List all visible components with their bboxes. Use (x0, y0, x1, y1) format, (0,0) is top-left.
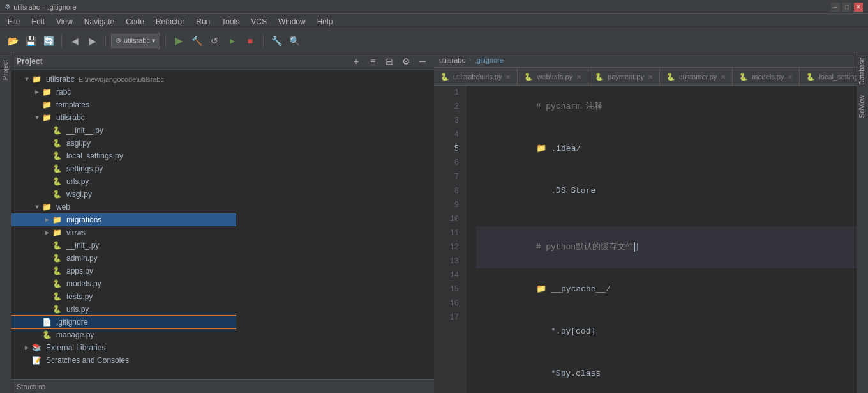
tree-item-models[interactable]: ▶ 🐍 models.py (11, 277, 236, 290)
tab-payment[interactable]: 🐍 payment.py ✕ (588, 68, 660, 85)
arrow-views: ▶ (42, 229, 52, 236)
tree-item-init[interactable]: ▶ 🐍 __init__.py (11, 124, 236, 137)
python-icon-models: 🐍 (52, 279, 64, 289)
database-side-label[interactable]: Database (857, 52, 868, 90)
code-text-2: .idea/ (551, 144, 581, 153)
menu-view[interactable]: View (51, 16, 78, 27)
menu-edit[interactable]: Edit (26, 16, 50, 27)
structure-panel-label[interactable]: Structure (11, 379, 434, 393)
tree-item-admin[interactable]: ▶ 🐍 admin.py (11, 252, 236, 265)
tab-close-models[interactable]: ✕ (788, 73, 793, 81)
stop-button[interactable]: ■ (243, 33, 258, 49)
rerun-button[interactable]: ↺ (207, 33, 222, 49)
python-icon-urls: 🐍 (52, 177, 64, 187)
maximize-button[interactable]: □ (842, 3, 851, 12)
tree-item-apps[interactable]: ▶ 🐍 apps.py (11, 265, 236, 277)
minimize-button[interactable]: ─ (831, 3, 840, 12)
tree-item-settings[interactable]: ▶ 🐍 settings.py (11, 162, 236, 175)
forward-button[interactable]: ▶ (85, 33, 100, 49)
menu-help[interactable]: Help (312, 16, 338, 27)
tree-item-scratches[interactable]: ▶ 📝 Scratches and Consoles (11, 354, 236, 367)
add-panel-btn[interactable]: + (350, 55, 363, 68)
editor-area: utilsrabc › .gitignore 🐍 utilsrabc\urls.… (434, 52, 857, 393)
tree-item-asgi[interactable]: ▶ 🐍 asgi.py (11, 137, 236, 150)
tree-item-wsgi[interactable]: ▶ 🐍 wsgi.py (11, 188, 236, 201)
editor-content[interactable]: 1 2 3 4 5 6 7 8 9 10 11 12 13 14 15 16 1 (434, 86, 857, 393)
build-button[interactable]: 🔨 (189, 33, 204, 49)
tree-item-migrations[interactable]: ▶ 📁 migrations (11, 213, 236, 226)
tab-close-web-urls[interactable]: ✕ (576, 73, 581, 81)
ln-11: 11 (434, 226, 465, 240)
menu-refactor[interactable]: Refactor (151, 16, 190, 27)
tree-item-web[interactable]: ▼ 📁 web (11, 201, 236, 213)
arrow-rabc: ▶ (32, 88, 42, 96)
path-utilsrabc-root: E:\newdjangocode\utilsrabc (79, 75, 165, 83)
menu-file[interactable]: File (3, 16, 25, 27)
close-panel-btn[interactable]: ─ (416, 55, 429, 68)
code-text-8: *$py.class (536, 369, 601, 378)
run-button[interactable]: ▶ (171, 33, 186, 49)
tab-utilsrabc-urls[interactable]: 🐍 utilsrabc\urls.py ✕ (434, 68, 518, 85)
tree-item-rabc[interactable]: ▶ 📁 rabc (11, 86, 236, 98)
run-config-button[interactable]: ▸ (225, 33, 240, 49)
layout-panel-btn[interactable]: ≡ (366, 55, 379, 68)
label-rabc: rabc (56, 88, 71, 96)
tree-item-gitignore[interactable]: ▶ 📄 .gitignore (11, 316, 236, 328)
arrow-migrations: ▶ (42, 216, 52, 224)
folder-icon-line6: 📁 (536, 284, 551, 294)
collapse-panel-btn[interactable]: ⊟ (383, 55, 396, 68)
app-icon: ⚙ (5, 2, 10, 12)
code-text-6: __pycache__/ (551, 284, 611, 294)
python-icon-apps: 🐍 (52, 266, 64, 276)
sciview-side-label[interactable]: SciView (857, 90, 868, 123)
code-line-4 (476, 212, 857, 226)
settings-panel-btn[interactable]: ⚙ (400, 55, 412, 68)
code-line-7: *.py[cod] (476, 311, 857, 353)
tab-bar: 🐍 utilsrabc\urls.py ✕ 🐍 web\urls.py ✕ 🐍 … (434, 68, 857, 86)
tab-models[interactable]: 🐍 models.py ✕ (733, 68, 800, 85)
cursor: | (634, 242, 640, 252)
breadcrumb-gitignore[interactable]: .gitignore (475, 56, 504, 64)
settings-button[interactable]: 🔧 (269, 33, 284, 49)
tree-item-views[interactable]: ▶ 📁 views (11, 226, 236, 239)
label-models: models.py (66, 279, 101, 288)
project-tab[interactable]: Project (1, 55, 10, 85)
tree-item-external-libs[interactable]: ▶ 📚 External Libraries (11, 341, 236, 354)
menu-vcs[interactable]: VCS (246, 16, 272, 27)
ln-10: 10 (434, 212, 465, 226)
tree-item-initweb[interactable]: ▶ 🐍 __init_.py (11, 239, 236, 252)
tab-close-customer[interactable]: ✕ (721, 73, 726, 81)
back-button[interactable]: ◀ (67, 33, 82, 49)
tab-web-urls[interactable]: 🐍 web\urls.py ✕ (518, 68, 588, 85)
tree-item-templates[interactable]: ▶ 📁 templates (11, 98, 236, 111)
save-button[interactable]: 💾 (23, 33, 38, 49)
arrow-utilsrabc-sub: ▼ (32, 114, 42, 121)
tree-item-utilsrabc-sub[interactable]: ▼ 📁 utilsrabc (11, 111, 236, 124)
project-dropdown[interactable]: ⚙ utilsrabc ▾ (111, 33, 160, 49)
menu-window[interactable]: Window (273, 16, 311, 27)
tree-item-utilsrabc-root[interactable]: ▼ 📁 utilsrabc E:\newdjangocode\utilsrabc (11, 73, 236, 86)
sync-button[interactable]: 🔄 (41, 33, 56, 49)
label-utilsrabc-root: utilsrabc (46, 75, 75, 84)
tab-close-payment[interactable]: ✕ (648, 73, 653, 81)
tab-local-settings[interactable]: 🐍 local_settings.py ✕ (800, 68, 857, 85)
tab-close-utilsrabc-urls[interactable]: ✕ (505, 73, 511, 81)
tree-item-urlsweb[interactable]: ▶ 🐍 urls.py (11, 303, 236, 316)
tree-item-urls[interactable]: ▶ 🐍 urls.py (11, 175, 236, 188)
search-everywhere-button[interactable]: 🔍 (287, 33, 302, 49)
breadcrumb-utilsrabc[interactable]: utilsrabc (439, 56, 465, 64)
menu-code[interactable]: Code (121, 16, 149, 27)
menu-navigate[interactable]: Navigate (79, 16, 119, 27)
tree-item-manage[interactable]: ▶ 🐍 manage.py (11, 328, 236, 341)
menu-run[interactable]: Run (191, 16, 215, 27)
menu-tools[interactable]: Tools (216, 16, 244, 27)
tab-customer[interactable]: 🐍 customer.py ✕ (660, 68, 733, 85)
label-init: __init__.py (66, 126, 103, 135)
line-numbers: 1 2 3 4 5 6 7 8 9 10 11 12 13 14 15 16 1 (434, 86, 466, 393)
tree-item-tests[interactable]: ▶ 🐍 tests.py (11, 290, 236, 303)
tab-label-models: models.py (752, 73, 784, 81)
close-button[interactable]: ✕ (854, 3, 863, 12)
open-button[interactable]: 📂 (5, 33, 20, 49)
tree-item-local-settings[interactable]: ▶ 🐍 local_settings.py (11, 150, 236, 162)
folder-icon-templates: 📁 (42, 100, 54, 110)
